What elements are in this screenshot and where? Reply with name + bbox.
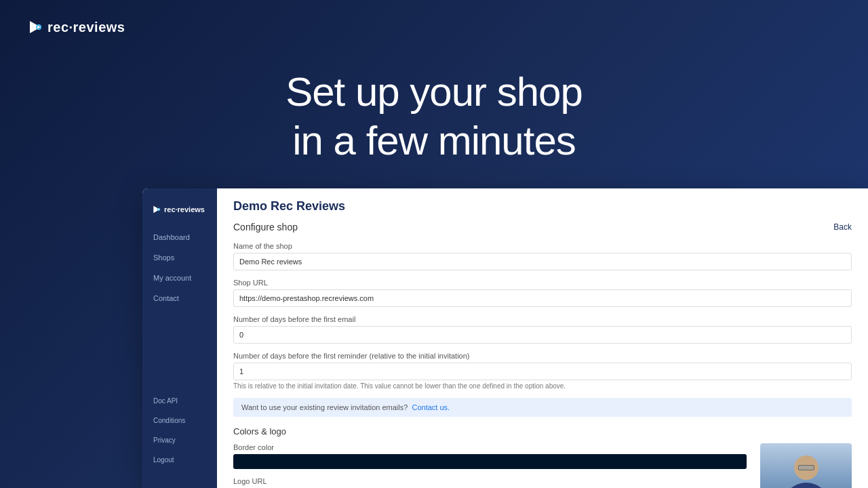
person-head — [794, 455, 818, 480]
hero-title: Set up your shop in a few minutes — [0, 68, 868, 165]
contact-link[interactable]: Contact us. — [412, 403, 450, 411]
photo-thumbnail: 10.10.2023 - John D — [760, 443, 852, 488]
shop-name-input[interactable] — [233, 253, 852, 270]
sidebar-item-contact[interactable]: Contact — [148, 289, 212, 308]
reminder-info-text: This is relative to the initial invitati… — [233, 382, 852, 390]
sidebar-item-conditions[interactable]: Conditions — [148, 411, 212, 430]
border-color-swatch[interactable] — [233, 454, 747, 469]
logo-url-group: Logo URL — [233, 477, 747, 488]
configure-header: Configure shop Back — [233, 222, 852, 232]
shop-name-label: Name of the shop — [233, 242, 852, 250]
days-first-email-group: Number of days before the first email — [233, 315, 852, 344]
invitation-banner: Want to use your existing review invitat… — [233, 398, 852, 417]
configure-section: Configure shop Back Name of the shop Sho… — [233, 222, 852, 488]
sidebar-item-logout[interactable]: Logout — [148, 451, 212, 469]
sidebar-nav: Dashboard Shops My account Contact — [142, 228, 217, 392]
sidebar-item-my-account[interactable]: My account — [148, 268, 212, 287]
svg-marker-2 — [153, 206, 159, 214]
sidebar-logo-text: rec·reviews — [164, 205, 205, 214]
person-glasses — [798, 465, 814, 470]
colors-section-title: Colors & logo — [233, 426, 852, 436]
shop-url-group: Shop URL — [233, 279, 852, 307]
sidebar: rec·reviews Dashboard Shops My account C… — [142, 188, 217, 488]
shop-name-group: Name of the shop — [233, 242, 852, 270]
border-color-group: Border color — [233, 443, 747, 469]
content-area: Demo Rec Reviews Configure shop Back Nam… — [217, 188, 868, 488]
hero-line2: in a few minutes — [0, 117, 868, 165]
shop-name-header: Demo Rec Reviews — [233, 199, 852, 214]
person-body — [783, 483, 830, 489]
sidebar-logo: rec·reviews — [142, 199, 217, 228]
main-window: rec·reviews Dashboard Shops My account C… — [142, 188, 868, 488]
days-reminder-input[interactable] — [233, 363, 852, 380]
sidebar-item-privacy[interactable]: Privacy — [148, 431, 212, 449]
logo-text: rec·reviews — [47, 20, 125, 35]
person-silhouette — [779, 455, 833, 489]
colors-logo-row: Border color Logo URL — [233, 443, 852, 488]
sidebar-item-doc-api[interactable]: Doc API — [148, 392, 212, 410]
top-bar: rec·reviews — [0, 0, 868, 54]
back-link[interactable]: Back — [833, 222, 852, 232]
sidebar-item-shops[interactable]: Shops — [148, 248, 212, 267]
configure-title: Configure shop — [233, 222, 298, 232]
sidebar-logo-icon — [152, 205, 161, 214]
logo-url-label: Logo URL — [233, 477, 747, 485]
svg-marker-0 — [30, 21, 41, 33]
hero-line1: Set up your shop — [0, 68, 868, 117]
sidebar-bottom: Doc API Conditions Privacy Logout — [142, 392, 217, 477]
days-first-email-input[interactable] — [233, 326, 852, 344]
shop-url-label: Shop URL — [233, 279, 852, 287]
photo-inner — [760, 443, 852, 488]
shop-url-input[interactable] — [233, 289, 852, 307]
colors-left: Border color Logo URL — [233, 443, 747, 488]
invitation-text: Want to use your existing review invitat… — [241, 403, 408, 411]
days-reminder-label: Number of days before the first reminder… — [233, 352, 852, 360]
logo: rec·reviews — [27, 19, 125, 35]
days-first-email-label: Number of days before the first email — [233, 315, 852, 323]
border-color-label: Border color — [233, 443, 747, 451]
hero-section: Set up your shop in a few minutes — [0, 68, 868, 165]
logo-icon — [27, 19, 43, 35]
days-reminder-group: Number of days before the first reminder… — [233, 352, 852, 390]
sidebar-item-dashboard[interactable]: Dashboard — [148, 228, 212, 247]
